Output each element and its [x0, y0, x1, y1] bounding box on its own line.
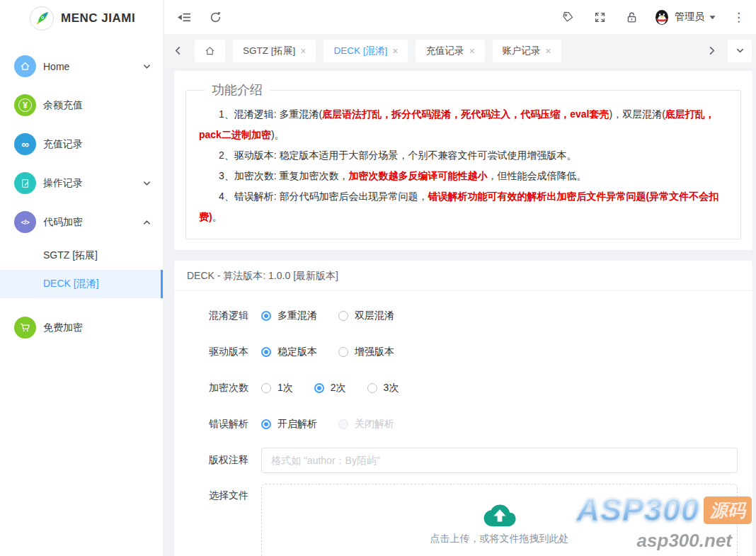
cart-icon	[14, 317, 36, 339]
sidebar-item-free-encrypt[interactable]: 免费加密	[0, 308, 163, 347]
form-row-driver-version: 驱动版本 稳定版本 增强版本	[174, 339, 752, 365]
sidebar-item-label: 免费加密	[43, 322, 83, 334]
sidebar-subitem-sgtz[interactable]: SGTZ [拓展]	[0, 242, 163, 270]
radio-dot-icon	[261, 419, 271, 429]
fullscreen-icon[interactable]	[587, 0, 612, 34]
radio-stable-version[interactable]: 稳定版本	[261, 346, 317, 358]
sidebar-subitem-deck[interactable]: DECK [混淆]	[0, 270, 163, 298]
upload-hint: 点击上传，或将文件拖拽到此处	[430, 533, 569, 545]
form-row-error-parse: 错误解析 开启解析 关闭解析	[174, 412, 752, 437]
radio-dot-icon	[338, 311, 348, 321]
sidebar-item-home[interactable]: Home	[0, 47, 163, 86]
tab-recharge-records[interactable]: 充值记录 ×	[416, 40, 484, 62]
tabs-dropdown-icon[interactable]	[728, 40, 752, 62]
tab-label: 充值记录	[425, 45, 464, 57]
intro-line-4: 4、错误解析: 部分代码加密后会出现异常问题，错误解析功能可有效的解析出加密后文…	[199, 186, 728, 227]
lock-icon[interactable]	[619, 0, 644, 34]
yen-coin-icon: ¥	[14, 94, 36, 116]
sidebar-item-label: 代码加密	[43, 216, 83, 229]
tabs-scroll-left-icon[interactable]	[168, 46, 187, 55]
form-label: 加密次数	[174, 382, 261, 395]
radio-dot-icon	[261, 311, 271, 321]
sidebar-item-balance-recharge[interactable]: ¥ 余额充值	[0, 86, 163, 125]
tab-label: SGTZ [拓展]	[243, 45, 295, 57]
radio-times-3[interactable]: 3次	[367, 382, 399, 395]
more-options-icon[interactable]: ⋮	[726, 10, 752, 25]
radio-enhanced-version[interactable]: 增强版本	[338, 346, 394, 358]
user-name: 管理员	[675, 11, 704, 23]
sidebar-menu: Home ¥ 余额充值 ∞ 充值记录 操作记录	[0, 47, 163, 347]
file-dropzone[interactable]: 点击上传，或将文件拖拽到此处	[261, 484, 738, 556]
form-label: 选择文件	[174, 484, 261, 502]
form-label: 版权注释	[174, 454, 261, 467]
radio-dot-icon	[261, 347, 271, 357]
form-row-obfuscation-logic: 混淆逻辑 多重混淆 双层混淆	[174, 303, 752, 329]
sidebar-item-label: 充值记录	[43, 138, 83, 151]
infinity-icon: ∞	[14, 133, 36, 155]
form-row-file-select: 选择文件 点击上传，或将文件拖拽到此处	[174, 484, 752, 556]
sidebar-item-label: 余额充值	[43, 99, 83, 112]
tab-account-records[interactable]: 账户记录 ×	[493, 40, 561, 62]
radio-times-2[interactable]: 2次	[314, 382, 346, 395]
home-icon	[14, 55, 36, 77]
form-label: 驱动版本	[174, 346, 261, 358]
chevron-down-icon	[142, 62, 151, 71]
radio-dot-icon	[367, 383, 377, 393]
intro-legend: 功能介绍	[205, 81, 270, 98]
collapse-sidebar-icon[interactable]	[171, 0, 197, 34]
tabs-scroll-right-icon[interactable]	[702, 46, 721, 55]
radio-dot-icon	[338, 347, 348, 357]
close-icon[interactable]: ×	[469, 45, 474, 57]
refresh-icon[interactable]	[202, 0, 228, 34]
radio-dot-icon	[338, 419, 348, 429]
sidebar-item-recharge-records[interactable]: ∞ 充值记录	[0, 125, 163, 164]
tab-bar: SGTZ [拓展] × DECK [混淆] × 充值记录 × 账户记录 ×	[164, 34, 756, 67]
rocket-logo-icon	[30, 6, 54, 30]
app-logo: MENC JIAMI	[0, 0, 163, 37]
encrypt-panel: DECK - 算法版本: 1.0.0 [最新版本] 混淆逻辑 多重混淆 双层混淆…	[174, 261, 752, 556]
radio-dot-icon	[261, 383, 271, 393]
sidebar-item-operation-records[interactable]: 操作记录	[0, 164, 163, 203]
close-icon[interactable]: ×	[392, 45, 398, 57]
form-row-encrypt-times: 加密次数 1次 2次 3次	[174, 375, 752, 401]
sidebar-subitem-label: SGTZ [拓展]	[43, 249, 98, 262]
chevron-up-icon	[142, 217, 151, 227]
tab-label: 账户记录	[503, 45, 541, 57]
user-menu[interactable]: 管理员	[651, 8, 719, 25]
tab-sgtz[interactable]: SGTZ [拓展] ×	[233, 40, 316, 62]
radio-parse-on[interactable]: 开启解析	[261, 418, 317, 431]
tag-icon[interactable]	[555, 0, 580, 34]
chevron-down-icon	[142, 178, 151, 188]
sidebar-item-label: 操作记录	[43, 177, 83, 190]
close-icon[interactable]: ×	[546, 45, 551, 57]
sidebar-subitem-label: DECK [混淆]	[43, 278, 99, 290]
radio-multi-obfuscation[interactable]: 多重混淆	[261, 310, 317, 322]
tab-deck[interactable]: DECK [混淆] ×	[323, 40, 408, 62]
avatar	[653, 8, 670, 25]
close-icon[interactable]: ×	[300, 45, 306, 57]
tab-home[interactable]	[195, 40, 225, 62]
radio-times-1[interactable]: 1次	[261, 382, 293, 395]
app-title: MENC JIAMI	[61, 11, 135, 25]
radio-parse-off: 关闭解析	[338, 418, 394, 431]
form-row-copyright: 版权注释	[174, 448, 752, 473]
main-content: 功能介绍 1、混淆逻辑: 多重混淆(底层语法打乱，拆分代码混淆，死代码注入，代码…	[164, 67, 756, 556]
document-edit-icon	[14, 172, 36, 194]
code-icon: </>	[14, 211, 36, 233]
intro-line-2: 2、驱动版本: 稳定版本适用于大部分场景，个别不兼容文件可尝试使用增强版本。	[199, 145, 728, 166]
sidebar-item-label: Home	[43, 61, 69, 72]
intro-card: 功能介绍 1、混淆逻辑: 多重混淆(底层语法打乱，拆分代码混淆，死代码注入，代码…	[174, 71, 752, 250]
panel-title: DECK - 算法版本: 1.0.0 [最新版本]	[174, 261, 752, 291]
radio-double-obfuscation[interactable]: 双层混淆	[338, 310, 394, 322]
radio-dot-icon	[314, 383, 324, 393]
sidebar-item-code-encrypt[interactable]: </> 代码加密	[0, 203, 163, 242]
cloud-upload-icon	[483, 504, 516, 527]
intro-line-3: 3、加密次数: 重复加密次数，加密次数越多反编译可能性越小，但性能会成倍降低。	[199, 166, 728, 186]
form-label: 错误解析	[174, 418, 261, 431]
tab-label: DECK [混淆]	[333, 45, 387, 57]
home-icon	[205, 45, 215, 56]
top-header: 管理员 ⋮	[164, 0, 756, 34]
caret-down-icon	[709, 13, 716, 21]
copyright-input[interactable]	[261, 448, 738, 473]
intro-line-1: 1、混淆逻辑: 多重混淆(底层语法打乱，拆分代码混淆，死代码注入，代码压缩，ev…	[199, 104, 728, 145]
